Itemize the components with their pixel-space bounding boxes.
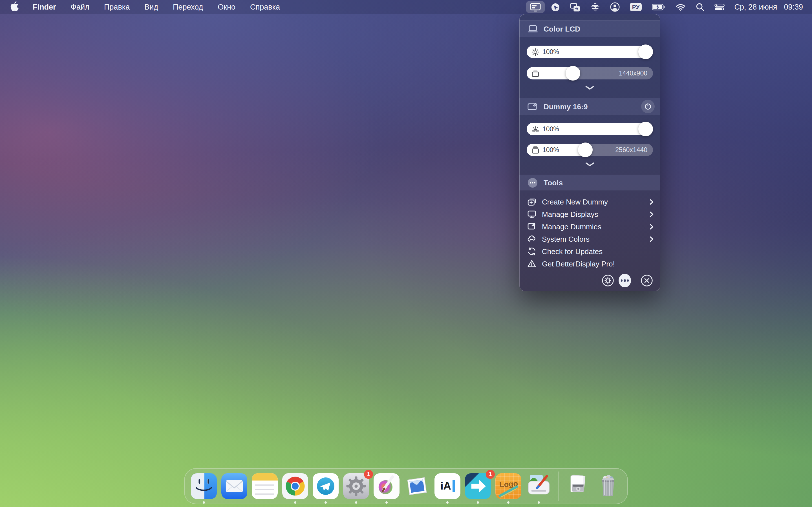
user-account-menubar-item[interactable] [605,0,625,14]
menu-help[interactable]: Справка [243,0,287,14]
running-indicator [538,501,540,504]
chevron-down-icon [585,86,594,90]
settings-button[interactable] [602,274,614,287]
wifi-menubar-item[interactable] [670,0,691,14]
menubar-clock[interactable]: Ср, 28 июня 09:39 [730,3,806,11]
brightness-slider-color-lcd[interactable]: 100% [527,46,653,58]
sun-icon [531,46,540,58]
sunrise-icon [531,123,540,135]
resolution-value: 2560x1440 [615,144,647,156]
dummy-power-button[interactable] [641,100,655,113]
manage-displays-icon [527,210,537,219]
pixelmator-icon [373,473,400,499]
expand-section-color-lcd[interactable] [519,84,660,92]
dock-item-pixelmator[interactable] [372,472,401,500]
betterdisplay-icon [530,3,541,11]
dock-item-image-viewer[interactable] [403,472,431,500]
resolution-slider-dummy[interactable]: 100% 2560x1440 [527,144,653,156]
slider-knob[interactable] [578,143,593,157]
manage-dummies-icon [527,222,537,231]
running-indicator [324,501,327,504]
menu-item-get-betterdisplay-pro[interactable]: Get BetterDisplay Pro! [519,258,660,270]
ia-writer-logo-text: iA [441,480,451,492]
chevron-right-icon [650,199,654,205]
close-circle-icon [641,274,653,287]
location-icon [551,3,560,11]
close-button[interactable] [641,274,653,287]
menu-go[interactable]: Переход [165,0,210,14]
pointer-device-icon [591,2,600,12]
betterdisplay-panel: Color LCD 100% 1440x900 [519,14,660,291]
search-menubar-item[interactable] [691,0,709,14]
menu-view[interactable]: Вид [137,0,165,14]
battery-charging-icon [652,3,665,11]
chrome-icon [282,473,308,499]
menu-window[interactable]: Окно [210,0,243,14]
trash-icon [595,473,621,499]
scale-value: 100% [543,144,559,156]
dock-item-share-arrow-app[interactable]: 1 [464,472,492,500]
tools-title: Tools [544,178,563,187]
dock-item-finder[interactable] [190,472,218,500]
control-center-menubar-item[interactable] [709,0,730,14]
power-icon [644,103,652,110]
expand-section-dummy[interactable] [519,161,660,168]
ellipsis-icon [619,274,631,287]
ia-writer-icon: iA [435,473,460,499]
dock-item-telegram[interactable] [312,472,340,500]
dock-item-logoist[interactable]: Logo [494,472,522,500]
dock-item-notes[interactable] [251,472,279,500]
menu-file[interactable]: Файл [63,0,97,14]
slider-knob[interactable] [638,122,653,136]
menu-item-create-new-dummy[interactable]: Create New Dummy [519,195,660,208]
display-title: Dummy 16:9 [544,102,588,111]
screen-mirroring-menubar-item[interactable] [565,0,585,14]
laptop-icon [527,24,539,33]
menu-item-manage-displays[interactable]: Manage Displays [519,208,660,220]
disk-image-document-icon [565,473,591,499]
logoist-icon: Logo [495,473,521,499]
dock-item-chrome[interactable] [281,472,309,500]
running-indicator [507,501,509,504]
menu-edit[interactable]: Правка [97,0,137,14]
menu-item-check-for-updates[interactable]: Check for Updates [519,245,660,258]
slider-knob[interactable] [566,66,580,80]
running-indicator [355,501,357,504]
menu-app-name[interactable]: Finder [26,0,63,14]
location-menubar-item[interactable] [546,0,565,14]
finder-icon [191,473,217,499]
chevron-right-icon [650,236,654,242]
dmg-canvas-icon [526,473,552,499]
betterdisplay-menubar-icon[interactable] [525,0,546,14]
slider-knob[interactable] [638,45,653,59]
search-icon [696,3,704,11]
tools-menu: Create New Dummy Manage Displays [519,195,660,270]
display-title: Color LCD [544,24,580,33]
resolution-icon [531,67,540,79]
dock-item-mail[interactable] [220,472,248,500]
resolution-slider-color-lcd[interactable]: 1440x900 [527,67,653,79]
menu-item-system-colors[interactable]: System Colors [519,233,660,245]
warning-icon [527,259,537,268]
dock-item-system-settings[interactable]: 1 [342,472,370,500]
dock-item-disk-image-document[interactable] [564,472,592,500]
apple-menu[interactable] [10,0,26,14]
menu-bar: Finder Файл Правка Вид Переход Окно Спра… [0,0,812,14]
menubar-time: 09:39 [784,3,803,11]
battery-menubar-item[interactable] [647,0,670,14]
keyboard-layout-menubar-item[interactable]: РУ [625,0,647,14]
more-button[interactable] [619,274,631,287]
dock-item-trash[interactable] [594,472,622,500]
dock: 1 [184,468,628,504]
brightness-slider-dummy[interactable]: 100% [527,123,653,135]
pointer-device-menubar-item[interactable] [585,0,605,14]
create-dummy-icon [527,197,537,206]
menu-item-manage-dummies[interactable]: Manage Dummies [519,220,660,233]
dock-item-dmg-canvas[interactable] [525,472,553,500]
running-indicator [386,501,388,504]
dock-item-ia-writer[interactable]: iA [434,472,462,500]
mail-icon [221,473,247,499]
dock-separator [558,471,559,501]
panel-footer [519,274,660,288]
notification-badge: 1 [486,470,495,479]
